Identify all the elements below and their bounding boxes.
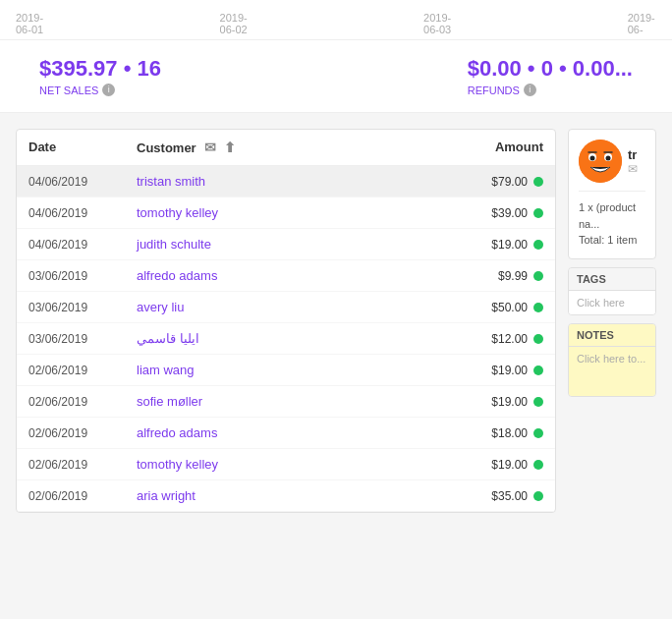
row-amount-cell: $18.00 (465, 426, 543, 440)
notes-panel-body[interactable]: Click here to... (569, 347, 655, 396)
refunds-label: REFUNDS i (468, 84, 633, 96)
row-amount: $18.00 (491, 426, 528, 440)
col-header-amount: Amount (465, 140, 543, 155)
email-filter-icon[interactable]: ✉ (204, 140, 216, 155)
row-date: 02/06/2019 (28, 489, 137, 503)
row-date: 04/06/2019 (28, 175, 137, 189)
row-date: 04/06/2019 (28, 238, 137, 252)
customer-link[interactable]: tomothy kelley (137, 205, 218, 220)
status-dot (533, 303, 543, 312)
table-row[interactable]: 03/06/2019 ايليا قاسمي $12.00 (17, 323, 555, 355)
table-row[interactable]: 02/06/2019 alfredo adams $18.00 (17, 418, 555, 449)
row-date: 02/06/2019 (28, 458, 137, 472)
customer-link[interactable]: aria wright (137, 488, 196, 503)
row-amount: $19.00 (491, 458, 528, 472)
row-date: 02/06/2019 (28, 395, 137, 409)
customer-link[interactable]: ايليا قاسمي (137, 331, 199, 346)
stats-bar: $395.97 • 16 NET SALES i $0.00 • 0 • 0.0… (0, 40, 672, 113)
avatar-svg (579, 140, 622, 183)
customer-avatar-row: tr ✉ (579, 140, 638, 183)
total-line: Total: 1 item (579, 232, 645, 249)
row-amount-cell: $19.00 (465, 395, 543, 409)
table-row[interactable]: 02/06/2019 tomothy kelley $19.00 (17, 449, 555, 480)
row-customer[interactable]: tomothy kelley (137, 457, 406, 472)
notes-panel: NOTES Click here to... (568, 323, 656, 397)
row-date: 02/06/2019 (28, 426, 137, 440)
customer-link[interactable]: tomothy kelley (137, 457, 218, 472)
table-row[interactable]: 02/06/2019 aria wright $35.00 (17, 480, 555, 512)
row-amount-cell: $39.00 (465, 206, 543, 220)
card-divider (579, 191, 645, 192)
row-amount: $9.99 (498, 269, 528, 283)
customer-name-short: tr (628, 147, 638, 162)
row-amount: $39.00 (491, 206, 528, 220)
row-customer[interactable]: sofie møller (137, 394, 406, 409)
customer-link[interactable]: judith schulte (137, 237, 211, 252)
table-row[interactable]: 04/06/2019 tomothy kelley $39.00 (17, 197, 555, 229)
row-customer[interactable]: alfredo adams (137, 268, 406, 283)
status-dot (533, 177, 543, 187)
row-amount: $19.00 (491, 364, 528, 377)
avatar (579, 140, 622, 183)
customer-link[interactable]: sofie møller (137, 394, 202, 409)
row-date: 03/06/2019 (28, 332, 137, 346)
row-customer[interactable]: tomothy kelley (137, 205, 406, 220)
row-date: 04/06/2019 (28, 206, 137, 220)
table-row[interactable]: 04/06/2019 judith schulte $19.00 (17, 229, 555, 260)
product-info: 1 x (product na... Total: 1 item (579, 199, 645, 249)
status-dot (533, 334, 543, 344)
row-customer[interactable]: tristan smith (137, 174, 406, 189)
row-amount: $50.00 (491, 301, 528, 314)
row-amount-cell: $9.99 (465, 269, 543, 283)
row-customer[interactable]: alfredo adams (137, 425, 406, 440)
row-customer[interactable]: liam wang (137, 363, 406, 377)
customer-link[interactable]: alfredo adams (137, 425, 217, 440)
svg-point-0 (579, 140, 622, 183)
row-date: 03/06/2019 (28, 301, 137, 314)
tags-panel-header: TAGS (569, 268, 655, 291)
table-row[interactable]: 04/06/2019 tristan smith $79.00 (17, 166, 555, 197)
status-dot (533, 491, 543, 501)
chart-date-2: 2019-06-02 (220, 12, 257, 35)
customer-link[interactable]: tristan smith (137, 174, 205, 189)
net-sales-info-icon[interactable]: i (102, 84, 115, 96)
table-row[interactable]: 02/06/2019 sofie møller $19.00 (17, 386, 555, 418)
customer-link[interactable]: alfredo adams (137, 268, 217, 283)
chart-date-1: 2019-06-01 (16, 12, 53, 35)
status-dot (533, 208, 543, 218)
table-row[interactable]: 03/06/2019 alfredo adams $9.99 (17, 260, 555, 292)
tags-panel-body[interactable]: Click here (569, 291, 655, 314)
customer-info-short: tr ✉ (628, 147, 638, 176)
chart-date-3: 2019-06-03 (423, 12, 461, 35)
chart-dates: 2019-06-01 2019-06-02 2019-06-03 2019-06… (16, 8, 656, 39)
orders-table-panel: Date Customer ✉ ⬆ Amount 04/06/2019 tris… (16, 129, 556, 513)
status-dot (533, 240, 543, 250)
row-amount-cell: $19.00 (465, 458, 543, 472)
main-content: Date Customer ✉ ⬆ Amount 04/06/2019 tris… (0, 129, 672, 513)
status-dot (533, 271, 543, 281)
status-dot (533, 460, 543, 470)
export-icon[interactable]: ⬆ (224, 140, 236, 155)
status-dot (533, 397, 543, 407)
net-sales-label: NET SALES i (39, 84, 161, 96)
row-customer[interactable]: aria wright (137, 488, 406, 503)
table-row[interactable]: 02/06/2019 liam wang $19.00 (17, 355, 555, 386)
row-customer[interactable]: judith schulte (137, 237, 406, 252)
row-amount: $35.00 (491, 489, 528, 503)
row-amount-cell: $79.00 (465, 175, 543, 189)
table-row[interactable]: 03/06/2019 avery liu $50.00 (17, 292, 555, 323)
chart-area: 2019-06-01 2019-06-02 2019-06-03 2019-06… (0, 0, 672, 40)
status-dot (533, 366, 543, 375)
tags-panel: TAGS Click here (568, 267, 656, 315)
customer-link[interactable]: liam wang (137, 363, 195, 377)
row-customer[interactable]: avery liu (137, 300, 406, 314)
refunds-info-icon[interactable]: i (524, 84, 536, 96)
refunds-block: $0.00 • 0 • 0.00... REFUNDS i (468, 56, 633, 96)
row-date: 03/06/2019 (28, 269, 137, 283)
svg-point-4 (606, 156, 611, 161)
customer-link[interactable]: avery liu (137, 300, 184, 314)
row-customer[interactable]: ايليا قاسمي (137, 331, 406, 346)
right-panel: tr ✉ 1 x (product na... Total: 1 item TA… (568, 129, 656, 513)
customer-email-icon[interactable]: ✉ (628, 162, 638, 176)
table-header: Date Customer ✉ ⬆ Amount (17, 130, 555, 166)
